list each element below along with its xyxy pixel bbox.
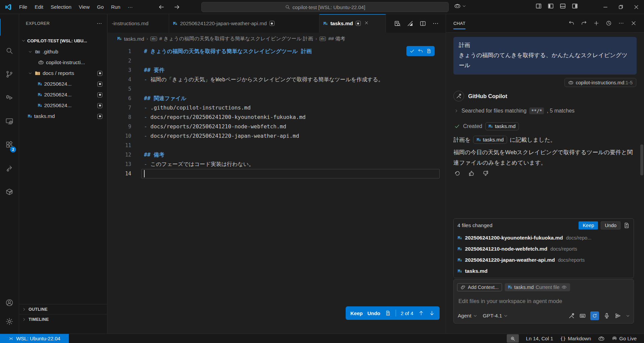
code-line-8[interactable]: 8- docs/reports/202506241200-kyounotenki… [108,113,446,122]
send-options-icon[interactable] [626,313,630,318]
view-diff-icon[interactable] [385,310,391,316]
command-center-search[interactable]: copilot-test [WSL: Ubuntu-22.04] [201,2,449,12]
changed-file-row[interactable]: M↓tasks.md [454,265,634,276]
activity-source-control[interactable] [0,62,19,86]
window-close-button[interactable] [629,0,644,14]
changed-file-row[interactable]: M↓202506241200-kyounotenki-fukuoka.mddoc… [454,232,634,243]
open-changes-icon[interactable] [407,20,413,27]
activity-live-share[interactable] [0,157,19,180]
code-line-1[interactable]: 1# きょうの福岡の天気を取得する簡単なスクレイピングツール 計画 [108,47,446,56]
language-mode[interactable]: {} Markdown [560,336,591,341]
changed-file-row[interactable]: M↓202506241210-node-webfetch.mddocs/repo… [454,243,634,254]
code-line-14[interactable]: 14 [108,169,446,178]
history-forward-icon[interactable] [174,4,180,10]
menu-selection[interactable]: Selection [47,2,75,12]
accept-edit-icon[interactable] [409,48,415,54]
toggle-sidebar-icon[interactable] [547,3,554,9]
explorer-more-icon[interactable] [96,20,102,27]
code-line-4[interactable]: 4- 福岡の「きょうの天気」をWebページからスクレイピングで取得する簡単なツー… [108,75,446,84]
thumbs-up-icon[interactable] [468,170,475,177]
chat-undo-icon[interactable] [568,20,575,26]
activity-search[interactable] [0,39,19,62]
tab--instructions.md[interactable]: -instructions.md [108,14,169,33]
current-file-chip[interactable]: M↓ tasks.md Current file [505,283,570,291]
code-line-2[interactable]: 2 [108,56,446,66]
copilot-status-icon[interactable] [598,335,605,342]
tab-close-icon[interactable] [364,20,369,27]
code-line-7[interactable]: 7- .github/copilot-instructions.md [108,103,446,113]
workspace-root-folder[interactable]: COPILOT-TEST [WSL: UBU... [19,36,107,46]
code-line-6[interactable]: 6## 関連ファイル [108,94,446,103]
tab-tasks.md[interactable]: M↓tasks.md [319,14,386,33]
toggle-secondary-sidebar-icon[interactable] [572,3,578,9]
created-file-chip[interactable]: M↓ tasks.md [485,122,519,130]
sidebar-section-timeline[interactable]: TIMELINE [19,314,107,324]
auto-approve-toggle[interactable] [590,311,599,320]
menu-view[interactable]: View [75,2,93,12]
chat-history-icon[interactable] [606,20,612,26]
thumbs-down-icon[interactable] [482,170,489,177]
code-line-12[interactable]: 12## 備考 [108,150,446,160]
code-line-11[interactable]: 11 [108,141,446,150]
go-live-button[interactable]: Go Live [612,336,637,341]
history-back-icon[interactable] [158,4,165,10]
customize-layout-icon[interactable] [535,3,542,9]
keep-button[interactable]: Keep [350,310,363,316]
inline-file-chip[interactable]: M↓ tasks.md [473,136,507,144]
remote-indicator[interactable]: WSL: Ubuntu-22.04 [0,334,69,343]
mic-icon[interactable] [603,312,610,319]
window-minimize-button[interactable] [598,0,613,14]
tab-202506241220-japan-weather-api.md[interactable]: M↓202506241220-japan-weather-api.md [169,14,319,33]
discard-edit-icon[interactable] [418,48,423,54]
activity-run-debug[interactable] [0,86,19,110]
changed-file-row[interactable]: M↓202506241220-japan-weather-api.mddocs/… [454,254,634,265]
undo-all-button[interactable]: Undo [601,221,621,229]
new-chat-icon[interactable] [593,20,599,26]
menu-more[interactable]: ··· [124,2,137,12]
search-step-row[interactable]: Searched for files matching **/* , 5 mat… [454,108,575,114]
menu-run[interactable]: Run [107,2,124,12]
breadcrumb-heading1[interactable]: # きょうの福岡の天気を取得する簡単なスクレイピングツール 計画 [159,36,313,42]
chat-tab[interactable]: CHAT [453,14,465,32]
code-line-3[interactable]: 3## 要件 [108,66,446,75]
toggle-panel-icon[interactable] [559,3,566,9]
window-restore-button[interactable] [613,0,629,14]
previous-edit-icon[interactable] [418,310,424,316]
open-preview-icon[interactable] [394,20,401,27]
activity-accounts[interactable] [0,293,19,312]
code-line-13[interactable]: 13- このフェーズではコード実装は行わない。 [108,160,446,169]
chat-input-box[interactable]: Add Context... M↓ tasks.md Current file … [453,279,634,324]
menu-go[interactable]: Go [93,2,107,12]
activity-settings[interactable] [0,312,19,331]
activity-containers[interactable] [0,180,19,204]
breadcrumb-file[interactable]: tasks.md [124,36,144,42]
regenerate-icon[interactable] [454,170,461,177]
eye-icon[interactable] [561,285,567,290]
view-diff-icon[interactable] [426,48,432,54]
breadcrumb-heading2[interactable]: ## 備考 [328,36,345,42]
sidebar-section-outline[interactable]: OUTLINE [19,304,107,314]
zoom-indicator[interactable] [507,334,519,343]
tree-item[interactable]: docs / reports [19,68,107,79]
tree-item[interactable]: M↓20250624... [19,79,107,89]
split-editor-icon[interactable] [419,20,426,27]
code-line-9[interactable]: 9- docs/reports/202506241210-node-webfet… [108,122,446,131]
keep-all-button[interactable]: Keep [579,221,598,229]
add-context-button[interactable]: Add Context... [457,283,502,291]
chat-redo-icon[interactable] [581,20,587,26]
menu-file[interactable]: File [15,2,31,12]
activity-remote-explorer[interactable] [0,110,19,133]
code-line-5[interactable]: 5 [108,84,446,94]
tree-item[interactable]: .github [19,46,107,57]
send-icon[interactable] [614,312,621,319]
mode-picker[interactable]: Agent [458,313,478,319]
view-all-diffs-icon[interactable] [623,222,630,229]
activity-explorer[interactable] [0,15,19,39]
cursor-position[interactable]: Ln 14, Col 1 [526,336,553,341]
configure-tools-icon[interactable] [568,312,575,319]
menu-edit[interactable]: Edit [31,2,47,12]
voice-keyboard-icon[interactable] [579,312,586,319]
code-editor[interactable]: 1# きょうの福岡の天気を取得する簡単なスクレイピングツール 計画23## 要件… [108,45,446,334]
chat-close-icon[interactable] [631,20,637,26]
tree-item[interactable]: M↓tasks.md [19,111,107,122]
